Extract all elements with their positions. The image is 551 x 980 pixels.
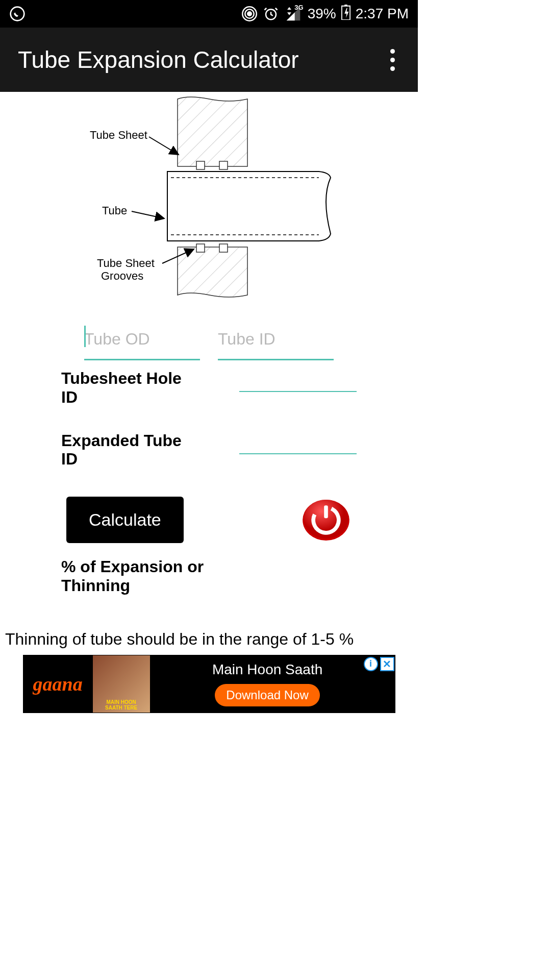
tube-id-field (218, 321, 334, 360)
status-left (9, 6, 26, 22)
ad-close-icon[interactable]: ✕ (380, 657, 394, 671)
result-row: % of Expansion or Thinning (0, 557, 418, 595)
svg-text:Tube: Tube (102, 204, 127, 217)
alarm-icon (263, 6, 279, 22)
content-area: Tube Sheet Tube Tube Sheet Grooves Tubes… (0, 92, 418, 743)
page-title: Tube Expansion Calculator (18, 46, 299, 74)
ad-info-icon[interactable]: i (364, 657, 378, 671)
clock-time: 2:37 PM (356, 6, 409, 22)
ad-right-section: Main Hoon Saath Download Now (150, 662, 395, 706)
svg-point-1 (247, 12, 252, 16)
app-header: Tube Expansion Calculator (0, 28, 418, 92)
ad-brand-logo: gaana (23, 673, 93, 695)
thinning-note: Thinning of tube should be in the range … (0, 630, 418, 649)
battery-icon (341, 5, 350, 23)
tube-od-field (84, 321, 200, 360)
tube-diagram: Tube Sheet Tube Tube Sheet Grooves (87, 96, 332, 315)
network-type: 3G (294, 4, 303, 11)
overflow-menu-button[interactable] (385, 44, 400, 76)
svg-text:Tube Sheet: Tube Sheet (97, 257, 155, 270)
svg-rect-6 (344, 5, 347, 6)
tubesheet-row: Tubesheet Hole ID (0, 369, 418, 407)
svg-point-0 (11, 7, 24, 21)
signal-icon: 3G (284, 6, 303, 22)
whatsapp-icon (9, 6, 26, 22)
expanded-tube-label: Expanded Tube ID (61, 431, 198, 469)
svg-rect-9 (219, 161, 228, 169)
svg-text:Tube Sheet: Tube Sheet (90, 129, 147, 141)
expansion-pct-label: % of Expansion or Thinning (61, 557, 204, 595)
ad-album-art: MAIN HOON SAATH TERE (93, 655, 150, 713)
svg-line-15 (149, 137, 179, 155)
svg-rect-24 (324, 505, 328, 518)
svg-rect-11 (219, 244, 228, 252)
tube-id-input[interactable] (218, 321, 334, 360)
svg-line-17 (132, 211, 164, 218)
status-right: 3G 39% 2:37 PM (241, 5, 409, 23)
reset-button[interactable] (300, 498, 352, 543)
battery-percent: 39% (308, 6, 336, 22)
status-bar: 3G 39% 2:37 PM (0, 0, 418, 28)
svg-rect-8 (196, 161, 205, 169)
hotspot-icon (241, 6, 258, 22)
tubesheet-hole-input[interactable] (239, 364, 357, 392)
inputs-row (0, 321, 418, 360)
tubesheet-hole-label: Tubesheet Hole ID (61, 369, 198, 407)
button-row: Calculate (0, 497, 418, 543)
expanded-row: Expanded Tube ID (0, 431, 418, 469)
ad-banner[interactable]: gaana MAIN HOON SAATH TERE Main Hoon Saa… (23, 655, 395, 713)
tube-od-input[interactable] (84, 321, 200, 360)
ad-download-button[interactable]: Download Now (215, 684, 319, 706)
svg-rect-10 (196, 244, 205, 252)
expanded-tube-input[interactable] (239, 426, 357, 454)
svg-text:Grooves: Grooves (101, 270, 143, 282)
calculate-button[interactable]: Calculate (66, 497, 184, 543)
ad-title: Main Hoon Saath (212, 662, 322, 678)
